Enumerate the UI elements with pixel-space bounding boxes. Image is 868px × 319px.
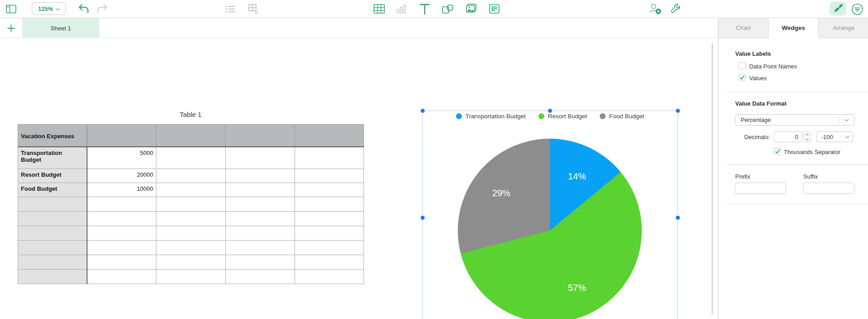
negative-format-dropdown[interactable]: -100 xyxy=(816,131,853,142)
table-cell[interactable] xyxy=(295,255,364,270)
vertical-scrollbar[interactable] xyxy=(712,44,713,314)
table-actions-button[interactable] xyxy=(247,3,260,15)
table-cell[interactable] xyxy=(156,183,226,197)
table-title[interactable]: Table 1 xyxy=(18,111,364,118)
insert-chart-button[interactable] xyxy=(396,4,407,14)
selection-handle[interactable] xyxy=(421,216,425,220)
table-cell[interactable] xyxy=(87,241,156,255)
list-view-button[interactable] xyxy=(225,4,236,14)
table-cell[interactable]: 10000 xyxy=(87,183,156,197)
legend-item[interactable]: Resort Budget xyxy=(538,113,587,120)
table-header-cell[interactable]: Vacation Expenses xyxy=(18,125,87,147)
pie-chart[interactable] xyxy=(458,139,642,319)
format-sidebar: Chart Wedges Arrange Value Labels Data P… xyxy=(718,18,868,319)
insert-shape-button[interactable] xyxy=(441,4,454,14)
table-cell[interactable] xyxy=(226,241,295,255)
table-header-cell[interactable] xyxy=(295,125,364,147)
chevron-down-icon xyxy=(845,134,850,138)
decimals-input[interactable] xyxy=(774,131,802,142)
organize-icon xyxy=(851,3,863,15)
table-cell[interactable] xyxy=(295,226,364,241)
zoom-level-button[interactable]: 125% xyxy=(32,2,66,15)
table-cell[interactable] xyxy=(87,212,156,226)
table-row-label[interactable] xyxy=(18,226,87,241)
table-cell[interactable] xyxy=(226,212,295,226)
insert-comment-button[interactable] xyxy=(489,4,500,14)
collaborate-button[interactable] xyxy=(649,3,662,15)
table-cell[interactable]: 5000 xyxy=(87,147,156,169)
table-cell[interactable] xyxy=(295,270,364,284)
stepper-down-icon xyxy=(805,137,809,140)
plus-icon xyxy=(7,24,15,32)
table-row-label[interactable]: Transportation Budget xyxy=(18,147,87,169)
legend-item[interactable]: Transportation Budget xyxy=(456,113,526,120)
tab-arrange[interactable]: Arrange xyxy=(819,18,868,38)
table-cell[interactable] xyxy=(156,270,226,284)
table-cell[interactable] xyxy=(156,169,226,183)
table-header-cell[interactable] xyxy=(87,125,156,147)
table-cell[interactable] xyxy=(87,270,156,284)
table-cell[interactable] xyxy=(87,255,156,270)
table-row-label[interactable] xyxy=(18,270,87,284)
decimals-stepper[interactable] xyxy=(804,131,810,142)
sheet-tab[interactable]: Sheet 1 xyxy=(22,18,99,38)
table-cell[interactable] xyxy=(295,212,364,226)
table-cell[interactable] xyxy=(295,169,364,183)
add-sheet-button[interactable] xyxy=(5,23,16,34)
table-cell[interactable] xyxy=(295,197,364,212)
insert-media-icon xyxy=(465,3,477,14)
legend-item[interactable]: Food Budget xyxy=(600,113,644,120)
table-cell[interactable] xyxy=(226,255,295,270)
view-button[interactable] xyxy=(6,5,17,14)
table-row-label[interactable]: Food Budget xyxy=(18,183,87,197)
value-data-format-dropdown[interactable]: Percentage xyxy=(735,114,854,126)
table-cell[interactable] xyxy=(226,183,295,197)
insert-table-icon xyxy=(373,4,385,14)
table-cell[interactable] xyxy=(87,197,156,212)
organize-button[interactable] xyxy=(851,3,863,15)
table-cell[interactable] xyxy=(226,226,295,241)
selection-handle[interactable] xyxy=(676,216,680,220)
thousands-separator-checkbox[interactable] xyxy=(774,148,781,155)
table-cell[interactable] xyxy=(295,241,364,255)
table-row-label[interactable] xyxy=(18,255,87,270)
table-cell[interactable] xyxy=(156,255,226,270)
table-cell[interactable] xyxy=(295,183,364,197)
table-cell[interactable] xyxy=(156,241,226,255)
table-header-cell[interactable] xyxy=(226,125,295,147)
tools-button[interactable] xyxy=(669,3,681,14)
table-cell[interactable] xyxy=(226,270,295,284)
chart-legend[interactable]: Transportation Budget Resort Budget Food… xyxy=(422,112,678,120)
table-cell[interactable] xyxy=(156,212,226,226)
table-row-label[interactable]: Resort Budget xyxy=(18,169,87,183)
undo-icon xyxy=(78,4,89,14)
insert-text-button[interactable] xyxy=(419,3,431,15)
table-row-label[interactable] xyxy=(18,212,87,226)
redo-button[interactable] xyxy=(96,4,109,14)
suffix-input[interactable] xyxy=(803,183,854,194)
table-row-label[interactable] xyxy=(18,241,87,255)
table-cell[interactable] xyxy=(156,147,226,169)
insert-media-button[interactable] xyxy=(465,3,477,14)
data-point-names-checkbox[interactable] xyxy=(738,62,746,69)
undo-button[interactable] xyxy=(77,4,90,14)
table-row xyxy=(18,255,364,270)
table-row-label[interactable] xyxy=(18,197,87,212)
prefix-input[interactable] xyxy=(735,183,786,194)
values-checkbox[interactable] xyxy=(738,74,746,81)
table-cell[interactable]: 20000 xyxy=(87,169,156,183)
table-cell[interactable] xyxy=(156,197,226,212)
table-cell[interactable] xyxy=(226,147,295,169)
table-cell[interactable] xyxy=(226,197,295,212)
table-cell[interactable] xyxy=(295,147,364,169)
table-header-cell[interactable] xyxy=(156,125,226,147)
checkmark-icon xyxy=(739,75,745,80)
insert-table-button[interactable] xyxy=(373,4,385,14)
format-button[interactable] xyxy=(829,2,846,15)
table-cell[interactable] xyxy=(87,226,156,241)
table-cell[interactable] xyxy=(226,169,295,183)
table-cell[interactable] xyxy=(156,226,226,241)
tab-chart[interactable]: Chart xyxy=(718,18,769,38)
canvas[interactable]: Table 1 Vacation Expenses Transportation… xyxy=(0,38,718,319)
tab-wedges[interactable]: Wedges xyxy=(769,18,819,38)
